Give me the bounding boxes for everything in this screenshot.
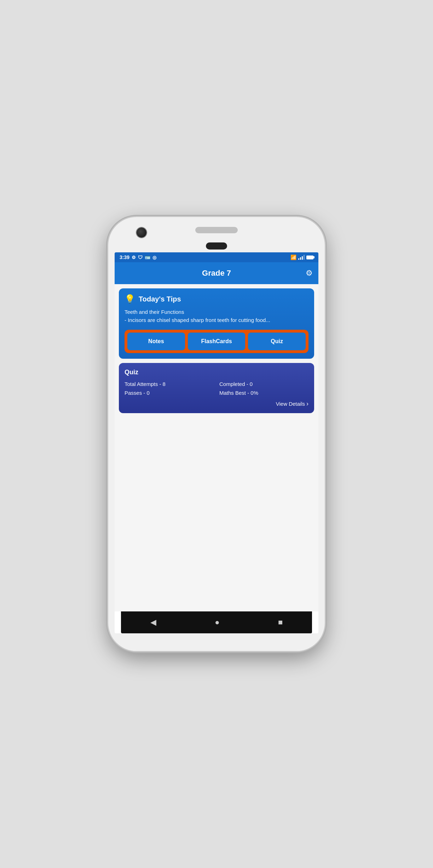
- status-time: 3:39: [120, 254, 129, 260]
- screen: 3:39 ⚙ 🛡 🪪 ◎ 📶 Grade 7 ⚙: [115, 252, 318, 633]
- at-status-icon: ◎: [152, 255, 156, 260]
- notes-button[interactable]: Notes: [127, 333, 185, 350]
- camera: [137, 228, 146, 237]
- home-indicator: [206, 242, 227, 250]
- settings-button[interactable]: ⚙: [306, 269, 313, 278]
- tips-header: 💡 Today's Tips: [125, 294, 308, 304]
- shield-status-icon: 🛡: [138, 255, 143, 260]
- phone-bottom: [108, 633, 325, 651]
- tips-content: Teeth and their Functions - Incisors are…: [125, 308, 308, 324]
- nav-buttons-container: Notes FlashCards Quiz: [125, 330, 308, 353]
- quiz-card-title: Quiz: [125, 369, 308, 376]
- app-bar: Grade 7 ⚙: [115, 262, 318, 284]
- flashcards-button[interactable]: FlashCards: [188, 333, 246, 350]
- quiz-stats: Total Attempts - 8 Completed - 0 Passes …: [125, 381, 308, 396]
- status-right: 📶: [290, 254, 313, 260]
- bottom-nav-bar: ◀ ● ■: [121, 611, 312, 633]
- recent-apps-button[interactable]: ■: [278, 618, 283, 627]
- page-title: Grade 7: [202, 269, 231, 278]
- status-left: 3:39 ⚙ 🛡 🪪 ◎: [120, 254, 156, 260]
- speaker: [195, 227, 238, 233]
- view-details-button[interactable]: View Details ›: [125, 400, 308, 407]
- completed-stat: Completed - 0: [219, 381, 308, 387]
- battery-icon: [306, 256, 313, 259]
- tips-icon: 💡: [125, 294, 135, 304]
- total-attempts-stat: Total Attempts - 8: [125, 381, 214, 387]
- quiz-card: Quiz Total Attempts - 8 Completed - 0 Pa…: [119, 363, 314, 413]
- chevron-right-icon: ›: [306, 400, 308, 407]
- view-details-label: View Details: [276, 401, 305, 407]
- maths-best-stat: Maths Best - 0%: [219, 390, 308, 396]
- phone-shell: 3:39 ⚙ 🛡 🪪 ◎ 📶 Grade 7 ⚙: [108, 217, 325, 651]
- wifi-icon: 📶: [290, 254, 296, 260]
- card-status-icon: 🪪: [145, 255, 150, 260]
- quiz-nav-button[interactable]: Quiz: [248, 333, 306, 350]
- status-bar: 3:39 ⚙ 🛡 🪪 ◎ 📶: [115, 252, 318, 262]
- settings-status-icon: ⚙: [132, 255, 136, 260]
- signal-icon: [298, 255, 305, 260]
- back-button[interactable]: ◀: [150, 618, 156, 627]
- tips-title: Today's Tips: [139, 295, 181, 303]
- main-content: 💡 Today's Tips Teeth and their Functions…: [115, 284, 318, 611]
- passes-stat: Passes - 0: [125, 390, 214, 396]
- tips-card: 💡 Today's Tips Teeth and their Functions…: [119, 288, 314, 359]
- home-button[interactable]: ●: [215, 618, 219, 627]
